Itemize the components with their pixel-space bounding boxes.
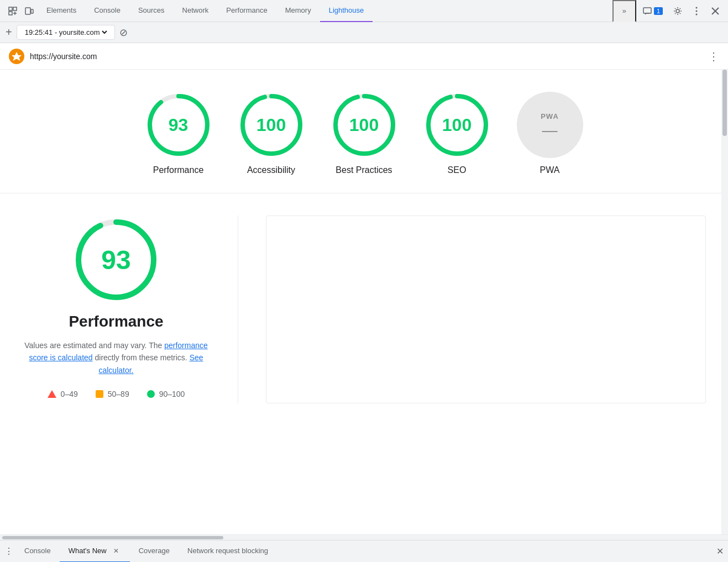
vertical-divider (238, 216, 238, 403)
score-number-seo: 100 (442, 115, 472, 135)
bottom-tab-coverage-label: Coverage (139, 547, 170, 555)
score-item-best-practices[interactable]: 100 Best Practices (331, 92, 397, 176)
performance-left-panel: 93 Performance Values are estimated and … (22, 216, 210, 403)
legend-red-label: 0–49 (61, 390, 78, 398)
scroll-thumb[interactable] (722, 70, 727, 136)
score-circle-pwa: PWA — (517, 92, 583, 158)
devtools-tab-bar: Elements Console Sources Network Perform… (0, 0, 728, 22)
score-number-accessibility: 100 (256, 115, 286, 135)
score-circle-performance: 93 (145, 92, 212, 158)
svg-rect-0 (9, 7, 12, 10)
legend-orange-icon (96, 390, 103, 398)
close-bottom-panel-btn[interactable]: ✕ (716, 546, 724, 556)
bottom-tab-bar: ⋮ Console What's New ✕ Coverage Network … (0, 540, 728, 562)
bottom-tab-console[interactable]: Console (15, 540, 60, 563)
svg-point-9 (696, 7, 698, 8)
lighthouse-menu-btn[interactable]: ⋮ (708, 50, 719, 63)
tab-sources[interactable]: Sources (129, 0, 174, 22)
svg-point-8 (676, 9, 679, 13)
score-legend: 0–49 50–89 90–100 (48, 390, 185, 398)
bottom-tab-console-label: Console (24, 547, 51, 555)
lighthouse-url: https://yoursite.com (30, 52, 97, 61)
more-options-btn[interactable] (688, 3, 705, 19)
lighthouse-icon (9, 49, 24, 64)
tab-lighthouse[interactable]: Lighthouse (320, 0, 373, 22)
svg-rect-7 (643, 8, 651, 13)
score-item-accessibility[interactable]: 100 Accessibility (238, 92, 305, 176)
scores-section: 93 Performance 100 Accessibility (0, 70, 728, 193)
svg-rect-5 (25, 8, 30, 14)
score-label-performance: Performance (153, 165, 204, 176)
bottom-tab-coverage[interactable]: Coverage (130, 540, 179, 563)
pwa-label-text: PWA (541, 112, 559, 120)
legend-item-orange: 50–89 (96, 390, 129, 398)
h-scrollbar-thumb[interactable] (2, 536, 223, 539)
bottom-menu-icon[interactable]: ⋮ (4, 546, 13, 556)
more-tabs-btn[interactable]: » (612, 0, 636, 22)
svg-rect-6 (31, 9, 33, 13)
score-number-best-practices: 100 (349, 115, 379, 135)
legend-green-icon (147, 390, 155, 398)
bottom-tab-network-blocking[interactable]: Network request blocking (179, 540, 277, 563)
tab-elements[interactable]: Elements (38, 0, 85, 22)
messages-btn[interactable]: 1 (638, 4, 667, 18)
url-input[interactable]: 19:25:41 - yoursite.com (17, 25, 115, 40)
close-devtools-btn[interactable] (707, 3, 724, 19)
performance-detail-title: Performance (69, 313, 163, 330)
svg-marker-14 (12, 52, 22, 61)
cancel-navigation-btn[interactable]: ⊘ (119, 27, 128, 39)
legend-item-green: 90–100 (147, 390, 185, 398)
legend-green-label: 90–100 (159, 390, 185, 398)
add-tab-btn[interactable]: + (6, 26, 12, 39)
score-item-performance[interactable]: 93 Performance (145, 92, 212, 176)
score-circle-seo: 100 (424, 92, 490, 158)
message-badge: 1 (654, 7, 663, 15)
score-label-pwa: PWA (540, 165, 560, 176)
device-icon-btn[interactable] (21, 3, 38, 19)
score-number-performance: 93 (169, 115, 188, 135)
close-whats-new-tab-btn[interactable]: ✕ (111, 546, 121, 556)
url-select[interactable]: 19:25:41 - yoursite.com (23, 28, 109, 37)
settings-btn[interactable] (669, 3, 686, 19)
performance-right-panel (266, 216, 706, 403)
tab-performance[interactable]: Performance (217, 0, 276, 22)
pwa-minus-icon: — (542, 123, 558, 138)
score-label-accessibility: Accessibility (247, 165, 295, 176)
svg-point-10 (696, 10, 698, 12)
performance-description: Values are estimated and may vary. The p… (22, 339, 210, 376)
bottom-tab-whats-new[interactable]: What's New ✕ (60, 540, 130, 563)
score-circle-accessibility: 100 (238, 92, 305, 158)
performance-detail-section: 93 Performance Values are estimated and … (0, 193, 728, 420)
inspect-icon-btn[interactable] (4, 3, 21, 19)
legend-red-icon (48, 390, 56, 398)
svg-point-11 (696, 13, 698, 15)
legend-item-red: 0–49 (48, 390, 78, 398)
performance-big-score: 93 (101, 244, 130, 275)
tab-network[interactable]: Network (174, 0, 218, 22)
bottom-tab-whats-new-label: What's New (69, 547, 107, 555)
tab-right-icons: » 1 (612, 0, 724, 22)
svg-rect-1 (13, 7, 17, 10)
main-content: 93 Performance 100 Accessibility (0, 70, 728, 534)
scroll-track[interactable] (721, 70, 728, 534)
lighthouse-header: https://yoursite.com ⋮ (0, 43, 728, 70)
score-circle-best-practices: 100 (331, 92, 397, 158)
tab-console[interactable]: Console (85, 0, 129, 22)
performance-big-circle: 93 (72, 216, 160, 304)
horizontal-scrollbar[interactable] (0, 534, 728, 540)
score-label-seo: SEO (448, 165, 467, 176)
score-item-pwa[interactable]: PWA — PWA (517, 92, 583, 176)
score-item-seo[interactable]: 100 SEO (424, 92, 490, 176)
legend-orange-label: 50–89 (108, 390, 129, 398)
tab-memory[interactable]: Memory (276, 0, 320, 22)
url-bar: + 19:25:41 - yoursite.com ⊘ (0, 22, 728, 43)
bottom-tab-network-blocking-label: Network request blocking (187, 547, 268, 555)
svg-rect-2 (9, 12, 12, 15)
score-label-best-practices: Best Practices (336, 165, 392, 176)
